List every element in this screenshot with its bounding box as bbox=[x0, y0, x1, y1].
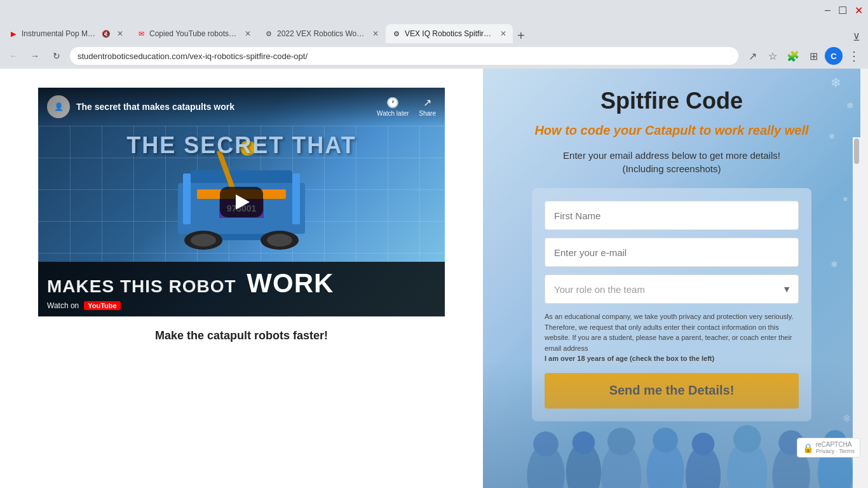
title-bar: – ☐ ✕ bbox=[0, 0, 868, 20]
snowflake-7: ❄ bbox=[831, 259, 838, 269]
tab1-mute-icon: 🔇 bbox=[102, 30, 111, 38]
tab3-close[interactable]: ✕ bbox=[372, 29, 379, 38]
minimize-button[interactable]: – bbox=[825, 4, 831, 17]
svg-point-18 bbox=[607, 428, 635, 456]
scrollbar-thumb bbox=[854, 139, 859, 164]
svg-point-16 bbox=[573, 431, 595, 454]
tab3-title: 2022 VEX Robotics World Champ bbox=[277, 29, 366, 38]
svg-point-3 bbox=[191, 234, 216, 247]
video-overlay-text-top: THE SECRET THAT bbox=[38, 132, 445, 159]
forward-button[interactable]: → bbox=[27, 48, 43, 64]
tab1-favicon: ▶ bbox=[9, 29, 18, 38]
video-container[interactable]: 👤 The secret that makes catapults work 🕐… bbox=[38, 88, 445, 316]
privacy-text: As an educational company, we take youth… bbox=[545, 311, 799, 364]
new-tab-button[interactable]: + bbox=[513, 29, 529, 43]
left-side: 👤 The secret that makes catapults work 🕐… bbox=[0, 69, 483, 488]
tab4-title: VEX IQ Robotics Spitfire code op bbox=[405, 29, 494, 38]
close-button[interactable]: ✕ bbox=[855, 4, 863, 17]
recaptcha-logo: 🔒 bbox=[803, 443, 813, 453]
video-top-actions: 🕐 Watch later ↗ Share bbox=[377, 97, 436, 117]
tab-vex-world[interactable]: ⚙ 2022 VEX Robotics World Champ ✕ bbox=[258, 24, 385, 43]
snowflake-1: ❄ bbox=[831, 75, 841, 90]
recaptcha-badge: 🔒 reCAPTCHA Privacy · Terms bbox=[797, 438, 860, 458]
address-bar: ← → ↻ ↗ ☆ 🧩 ⊞ C ⋮ bbox=[0, 43, 868, 69]
play-button[interactable] bbox=[220, 187, 263, 217]
page-subtitle: How to code your Catapult to work really… bbox=[534, 122, 808, 139]
toolbar-icons: ↗ ☆ 🧩 ⊞ C ⋮ bbox=[743, 47, 863, 65]
tab-bar: ▶ Instrumental Pop Music for t 🔇 ✕ ✉ Cop… bbox=[0, 20, 868, 43]
video-caption: Make the catapult robots faster! bbox=[155, 329, 328, 342]
tab-spitfire[interactable]: ⚙ VEX IQ Robotics Spitfire code op ✕ bbox=[386, 24, 513, 43]
snowflake-3: ❄ bbox=[829, 132, 835, 141]
address-input[interactable] bbox=[70, 47, 738, 65]
first-name-input[interactable] bbox=[545, 201, 799, 230]
svg-rect-11 bbox=[183, 173, 191, 224]
recaptcha-label: reCAPTCHA bbox=[816, 441, 855, 448]
refresh-button[interactable]: ↻ bbox=[48, 48, 65, 64]
crowd-svg bbox=[483, 361, 860, 488]
sync-icon[interactable]: ⊞ bbox=[804, 47, 822, 65]
svg-point-22 bbox=[692, 433, 715, 456]
youtube-logo: YouTube bbox=[84, 301, 120, 310]
background-people bbox=[483, 361, 860, 488]
video-bottom-overlay: MAKES THIS ROBOT WORK Watch on YouTube bbox=[38, 262, 445, 316]
role-select-wrapper: Your role on the team Student Coach Pare… bbox=[545, 274, 799, 304]
watch-later-btn[interactable]: 🕐 Watch later bbox=[377, 97, 409, 117]
video-bottom-text: MAKES THIS ROBOT WORK bbox=[47, 268, 334, 299]
profile-avatar[interactable]: C bbox=[825, 47, 843, 65]
scrollbar[interactable] bbox=[853, 137, 860, 488]
role-select[interactable]: Your role on the team Student Coach Pare… bbox=[545, 274, 799, 304]
email-input[interactable] bbox=[545, 238, 799, 267]
tab2-favicon: ✉ bbox=[137, 29, 146, 38]
maximize-button[interactable]: ☐ bbox=[838, 4, 847, 17]
svg-point-14 bbox=[533, 431, 559, 457]
snowflake-2: ❄ bbox=[846, 100, 854, 111]
video-top-title: The secret that makes catapults work bbox=[76, 102, 370, 112]
tab-search-icon[interactable]: ⊻ bbox=[853, 31, 860, 43]
menu-icon[interactable]: ⋮ bbox=[845, 47, 863, 65]
svg-point-5 bbox=[267, 234, 292, 247]
tab3-favicon: ⚙ bbox=[264, 29, 273, 38]
channel-avatar: 👤 bbox=[47, 95, 70, 118]
play-triangle-icon bbox=[236, 194, 250, 210]
svg-rect-12 bbox=[292, 173, 300, 224]
browser-chrome: – ☐ ✕ ▶ Instrumental Pop Music for t 🔇 ✕… bbox=[0, 0, 868, 69]
extensions-icon[interactable]: 🧩 bbox=[784, 47, 802, 65]
tab4-favicon: ⚙ bbox=[392, 29, 401, 38]
back-button[interactable]: ← bbox=[5, 48, 22, 64]
svg-point-20 bbox=[653, 428, 678, 453]
video-thumbnail: 👤 The secret that makes catapults work 🕐… bbox=[38, 88, 445, 316]
snowflake-6: ❄ bbox=[843, 196, 848, 203]
star-icon[interactable]: ☆ bbox=[764, 47, 782, 65]
page-content: 👤 The secret that makes catapults work 🕐… bbox=[0, 69, 860, 488]
share-video-btn[interactable]: ↗ Share bbox=[419, 97, 436, 117]
svg-point-24 bbox=[733, 425, 761, 453]
recaptcha-links: Privacy · Terms bbox=[816, 448, 855, 454]
tab-copied-youtube[interactable]: ✉ Copied YouTube robots - VEX IQ ✕ bbox=[130, 24, 257, 43]
watch-on: Watch on YouTube bbox=[47, 301, 436, 310]
window-controls: – ☐ ✕ bbox=[825, 4, 863, 17]
tab1-title: Instrumental Pop Music for t bbox=[22, 29, 98, 38]
video-top-overlay: 👤 The secret that makes catapults work 🕐… bbox=[38, 88, 445, 126]
tab1-close[interactable]: ✕ bbox=[117, 29, 123, 38]
page-description: Enter your email address below to get mo… bbox=[563, 149, 780, 175]
tab2-title: Copied YouTube robots - VEX IQ bbox=[149, 29, 238, 38]
share-icon[interactable]: ↗ bbox=[743, 47, 761, 65]
tab2-close[interactable]: ✕ bbox=[245, 29, 251, 38]
right-side: ❄ ❄ ❄ ❄ ❄ ❄ ❄ bbox=[483, 69, 860, 488]
tab4-close[interactable]: ✕ bbox=[500, 29, 506, 38]
page-title: Spitfire Code bbox=[600, 88, 743, 114]
tab-instrumental[interactable]: ▶ Instrumental Pop Music for t 🔇 ✕ bbox=[3, 24, 130, 43]
